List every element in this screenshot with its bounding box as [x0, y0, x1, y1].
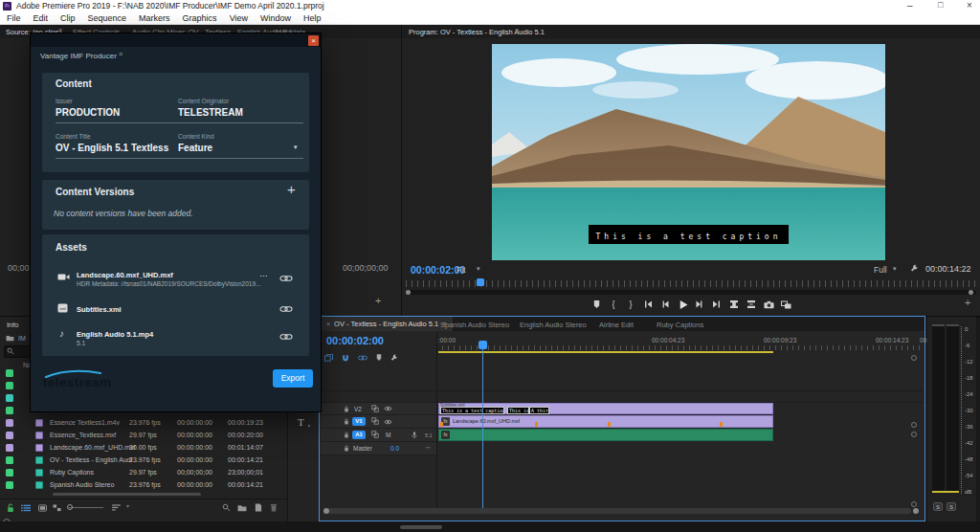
caption-block[interactable]: This is a test caption [440, 407, 504, 414]
menu-clip[interactable]: Clip [60, 13, 76, 23]
menu-window[interactable]: Window [260, 13, 291, 23]
menu-file[interactable]: File [7, 13, 21, 23]
insert-nest-toggle-icon[interactable] [324, 354, 333, 362]
caption-block[interactable]: A third [529, 407, 549, 414]
track-target-v1[interactable]: V1 [352, 417, 366, 426]
program-scrub-ruler[interactable] [406, 280, 976, 287]
solo-right-button[interactable]: S [947, 502, 956, 511]
scrollbar-handle-left[interactable] [406, 290, 411, 295]
tab-sequence-active[interactable]: × OV - Textless - English Audio 5.1 ≡ [320, 317, 453, 331]
bin-crumb[interactable]: IM [18, 335, 26, 342]
linked-selection-icon[interactable] [358, 355, 368, 361]
menu-view[interactable]: View [230, 13, 248, 23]
table-row[interactable]: Essence Textless1.m4v 23.976 fps 00:00:0… [0, 417, 287, 430]
link-icon[interactable] [279, 275, 293, 282]
clear-trash-icon[interactable] [270, 503, 278, 512]
track-target-a1[interactable]: A1 [352, 431, 366, 439]
eye-icon[interactable] [384, 406, 392, 411]
timeline-hscrollbar[interactable] [327, 508, 911, 514]
sync-lock-icon[interactable] [371, 417, 379, 425]
close-icon[interactable]: × [326, 321, 330, 327]
resize-grip[interactable] [400, 525, 442, 529]
hscroll-handle-left[interactable] [323, 508, 329, 514]
type-tool[interactable]: T [298, 416, 304, 428]
originator-field[interactable]: TELESTREAM [178, 107, 243, 118]
search-input[interactable] [4, 345, 31, 358]
dialog-title-strip[interactable] [31, 33, 321, 47]
scrollbar-handle-right[interactable] [969, 290, 973, 295]
audio-clip[interactable]: fx [438, 429, 773, 441]
zoom-slider-handle[interactable] [67, 504, 73, 510]
asset-row[interactable]: Landscape.60.mxf_UHD.mxf HDR Metadata: /… [42, 269, 309, 294]
link-icon[interactable] [279, 305, 293, 313]
sync-lock-icon[interactable] [371, 405, 379, 412]
link-icon[interactable] [279, 333, 293, 341]
table-row[interactable]: OV - Textless - English Audi 23.976 fps … [0, 454, 287, 467]
chevron-down-icon[interactable]: ▾ [126, 502, 129, 509]
icon-view-icon[interactable] [38, 504, 47, 512]
add-button[interactable]: + [375, 295, 381, 306]
content-title-field[interactable]: OV - English 5.1 Textless [56, 143, 168, 153]
mark-out-icon[interactable]: } [624, 298, 637, 311]
row-label-chip[interactable] [6, 369, 13, 377]
list-view-icon[interactable] [21, 504, 31, 512]
bin-folder-icon[interactable] [6, 335, 14, 342]
program-scrollbar[interactable] [406, 290, 976, 295]
extract-icon[interactable] [745, 298, 758, 311]
dialog-tab-label[interactable]: Vantage IMF Producer [40, 52, 117, 60]
menu-markers[interactable]: Markers [139, 13, 170, 23]
pan-icon[interactable]: ↔ [425, 443, 432, 450]
vscroll-handle[interactable] [911, 422, 917, 428]
table-row[interactable]: Spanish Audio Stereo 23.976 fps 00:00:00… [0, 479, 287, 492]
sort-icon[interactable] [112, 504, 121, 511]
master-level[interactable]: 0.0 [390, 445, 399, 452]
menu-sequence[interactable]: Sequence [88, 13, 127, 23]
eye-icon[interactable] [384, 419, 392, 425]
playhead-line[interactable] [482, 343, 483, 508]
mute-button[interactable]: M [386, 432, 390, 438]
go-to-in-icon[interactable] [641, 298, 655, 311]
mark-in-icon[interactable]: { [607, 298, 620, 311]
vscroll-handle[interactable] [911, 432, 917, 437]
comparison-view-icon[interactable] [779, 298, 792, 311]
freeform-view-icon[interactable] [53, 504, 61, 512]
new-item-icon[interactable] [255, 503, 262, 512]
settings-wrench-icon[interactable] [910, 264, 919, 273]
asset-row[interactable]: ♪ English Audio 5.1.mp4 5.1 [42, 326, 309, 349]
subtitle-clip[interactable]: Subtitles.xml This is a test caption Thi… [438, 403, 773, 414]
vscroll-handle[interactable] [911, 355, 917, 361]
step-forward-icon[interactable] [693, 298, 706, 311]
asset-row[interactable]: xml Subtitles.xml [42, 301, 309, 317]
lock-icon[interactable] [344, 418, 349, 425]
work-area-bar[interactable] [438, 351, 773, 353]
table-row[interactable]: Landscape.60.mxf_UHD.mxf 30.00 fps 00:00… [0, 442, 287, 454]
playhead-handle[interactable] [479, 341, 487, 349]
export-button[interactable]: Export [273, 369, 313, 388]
menu-graphics[interactable]: Graphics [183, 13, 217, 23]
panel-menu-icon[interactable]: ≡ [58, 27, 62, 33]
go-to-out-icon[interactable] [710, 298, 724, 311]
chevron-down-icon[interactable]: ▾ [294, 144, 298, 151]
caption-block[interactable]: This is a [507, 407, 529, 414]
sync-lock-icon[interactable] [371, 431, 379, 438]
restore-icon[interactable]: □ [938, 0, 943, 10]
timeline-timecode[interactable]: 00:00:02:00 [326, 335, 384, 346]
lock-icon[interactable] [344, 432, 349, 438]
hscroll-handle-right[interactable] [913, 508, 919, 514]
video-clip[interactable]: fx Landscape.60.mxf_UHD.mxf [438, 415, 773, 428]
snap-magnet-icon[interactable] [342, 354, 349, 362]
lock-icon[interactable] [344, 406, 349, 412]
tab-ruby-captions[interactable]: Ruby Captions [657, 321, 703, 329]
timeline-ruler[interactable]: :00:00 00:00:04:23 00:00:09:23 00:00:14:… [436, 334, 921, 351]
menu-help[interactable]: Help [303, 13, 322, 23]
tab-info[interactable]: Info [7, 321, 19, 329]
play-icon[interactable] [676, 298, 689, 311]
step-back-icon[interactable] [658, 298, 672, 311]
dialog-close-button[interactable]: × [308, 35, 319, 46]
zoom-slider[interactable] [69, 507, 103, 508]
track-name-v2[interactable]: V2 [354, 406, 362, 412]
solo-left-button[interactable]: S [933, 502, 943, 511]
row-label-chip[interactable] [6, 394, 13, 402]
add-marker-icon[interactable] [376, 354, 382, 362]
vscroll-handle[interactable] [911, 501, 917, 507]
